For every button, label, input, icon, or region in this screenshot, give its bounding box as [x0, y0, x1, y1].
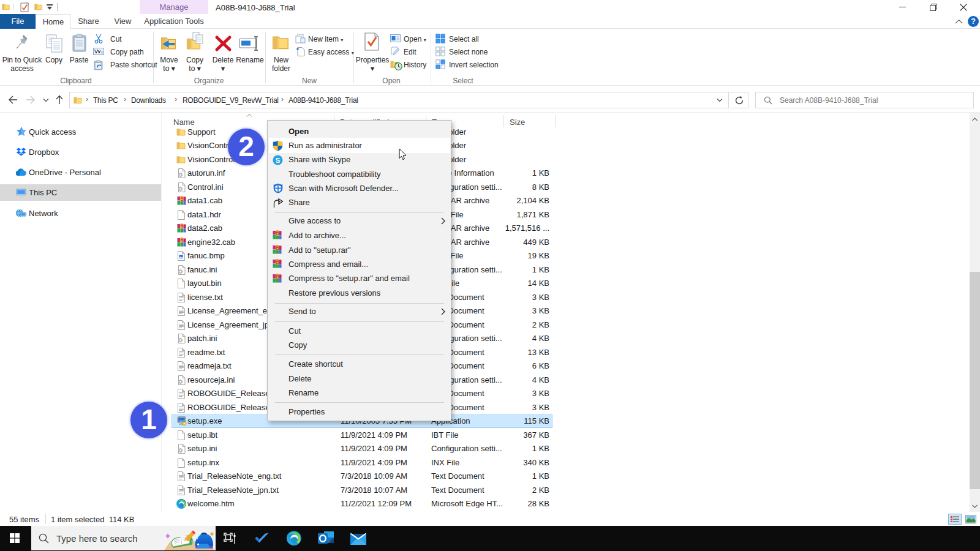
- svg-text:S: S: [276, 156, 281, 163]
